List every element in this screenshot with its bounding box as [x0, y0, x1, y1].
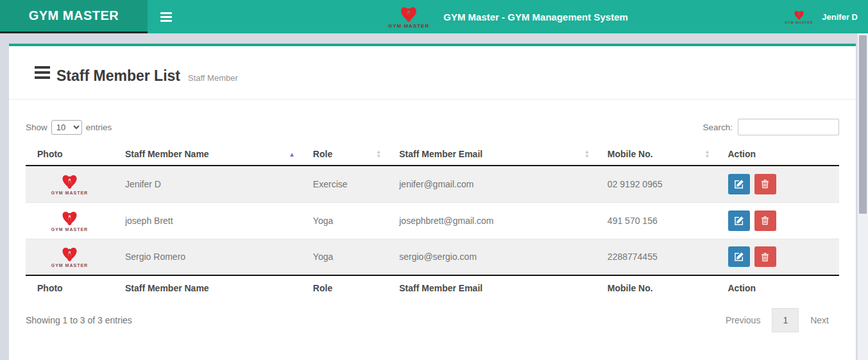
- staff-role-cell: Yoga: [302, 239, 387, 275]
- search-input[interactable]: [738, 119, 839, 135]
- delete-button[interactable]: [754, 174, 776, 194]
- table-info-row: Showing 1 to 3 of 3 entries Previous 1 N…: [26, 308, 839, 332]
- pagination: Previous 1 Next: [714, 308, 839, 332]
- staff-role-cell: Yoga: [302, 202, 387, 239]
- column-header-mobile[interactable]: Mobile No. ▲▼: [596, 143, 717, 166]
- gym-master-logo: GYM MASTER: [388, 5, 429, 29]
- staff-name-cell: Sergio Romero: [114, 239, 302, 275]
- staff-mobile-cell: 491 570 156: [596, 202, 717, 239]
- heart-logo-icon: [794, 10, 804, 20]
- table-header: Photo Staff Member Name ▲ Role ▲▼ Staff …: [26, 143, 839, 166]
- entries-info: Showing 1 to 3 of 3 entries: [26, 315, 132, 325]
- page-title-menu-icon: [35, 64, 50, 81]
- footer-column-email: Staff Member Email: [387, 275, 596, 300]
- heart-logo-icon: [61, 173, 78, 189]
- pencil-square-icon: [734, 216, 744, 226]
- table-footer-header: Photo Staff Member Name Role Staff Membe…: [26, 275, 839, 300]
- trash-icon: [760, 252, 770, 262]
- pencil-square-icon: [734, 179, 744, 189]
- staff-photo: GYM MASTER: [37, 210, 102, 232]
- footer-column-action: Action: [717, 275, 840, 300]
- navbar-center: GYM MASTER GYM Master - GYM Management S…: [388, 0, 628, 33]
- delete-button[interactable]: [754, 246, 776, 267]
- content-card: Staff Member List Staff Member Show 10 e…: [9, 44, 856, 360]
- app-brand-label: GYM MASTER: [29, 8, 119, 23]
- staff-mobile-cell: 2288774455: [596, 239, 717, 275]
- logo-caption: GYM MASTER: [388, 23, 429, 29]
- heart-logo-icon: [399, 5, 418, 22]
- previous-button[interactable]: Previous: [715, 309, 770, 332]
- edit-button[interactable]: [728, 246, 750, 267]
- trash-icon: [760, 179, 770, 189]
- page-subtitle: Staff Member: [188, 73, 238, 83]
- user-menu[interactable]: GYM MASTER Jenifer D: [785, 0, 858, 33]
- footer-column-role: Role: [302, 275, 387, 300]
- search-control: Search:: [702, 119, 839, 135]
- edit-button[interactable]: [728, 174, 750, 194]
- sort-both-icon: ▲▼: [705, 150, 710, 159]
- staff-role-cell: Exercise: [302, 166, 387, 202]
- search-label: Search:: [702, 123, 733, 132]
- table-row: GYM MASTER Sergio Romero Yoga sergio@ser…: [26, 239, 839, 275]
- page-title: Staff Member List: [56, 67, 180, 85]
- table-row: GYM MASTER Jenifer D Exercise jenifer@gm…: [26, 166, 839, 202]
- staff-name-cell: joseph Brett: [114, 202, 302, 239]
- page-size-select[interactable]: 10: [51, 120, 82, 135]
- app-title: GYM Master - GYM Management System: [443, 12, 628, 22]
- staff-mobile-cell: 02 9192 0965: [596, 166, 717, 202]
- app-brand[interactable]: GYM MASTER: [0, 0, 148, 33]
- sidebar-toggle-button[interactable]: [157, 6, 176, 28]
- table-controls: Show 10 entries Search:: [26, 119, 839, 135]
- page-length-control: Show 10 entries: [26, 120, 112, 135]
- staff-email-cell: jenifer@gmail.com: [387, 166, 596, 202]
- page-number-button[interactable]: 1: [772, 308, 799, 332]
- column-header-role[interactable]: Role ▲▼: [302, 143, 387, 166]
- edit-button[interactable]: [728, 210, 750, 231]
- heart-logo-icon: [61, 210, 78, 226]
- next-button[interactable]: Next: [800, 309, 839, 332]
- trash-icon: [760, 216, 770, 225]
- show-label: Show: [26, 123, 47, 132]
- sort-both-icon: ▲▼: [584, 150, 590, 159]
- sort-both-icon: ▲▼: [376, 150, 381, 159]
- delete-button[interactable]: [754, 210, 776, 231]
- scrollbar-thumb[interactable]: [859, 35, 867, 214]
- logo-caption: GYM MASTER: [785, 21, 813, 24]
- table-row: GYM MASTER joseph Brett Yoga josephbrett…: [26, 202, 839, 239]
- page-header: Staff Member List Staff Member: [9, 46, 856, 99]
- footer-column-mobile: Mobile No.: [596, 275, 717, 300]
- staff-photo: GYM MASTER: [37, 246, 102, 268]
- staff-table: Photo Staff Member Name ▲ Role ▲▼ Staff …: [26, 143, 839, 300]
- staff-email-cell: josephbrett@gmail.com: [387, 202, 596, 239]
- staff-photo: GYM MASTER: [37, 173, 102, 195]
- entries-label: entries: [86, 123, 112, 132]
- user-avatar: GYM MASTER: [785, 10, 813, 24]
- footer-column-photo: Photo: [26, 275, 114, 300]
- staff-name-cell: Jenifer D: [114, 166, 302, 202]
- column-header-photo: Photo: [26, 143, 114, 166]
- column-header-action: Action: [717, 143, 840, 166]
- heart-logo-icon: [61, 246, 78, 262]
- scrollbar[interactable]: [857, 33, 868, 360]
- user-name: Jenifer D: [822, 12, 858, 22]
- hamburger-icon: [160, 12, 172, 22]
- table-body: GYM MASTER Jenifer D Exercise jenifer@gm…: [26, 166, 839, 275]
- footer-column-name: Staff Member Name: [114, 275, 302, 300]
- staff-email-cell: sergio@sergio.com: [387, 239, 596, 275]
- card-body: Show 10 entries Search: Photo: [9, 119, 856, 332]
- column-header-name[interactable]: Staff Member Name ▲: [114, 143, 302, 166]
- top-navbar: GYM MASTER GYM MASTER GYM Master - GYM M…: [0, 0, 868, 33]
- pencil-square-icon: [734, 252, 744, 262]
- column-header-email[interactable]: Staff Member Email ▲▼: [387, 143, 596, 166]
- sort-asc-icon: ▲: [289, 151, 295, 158]
